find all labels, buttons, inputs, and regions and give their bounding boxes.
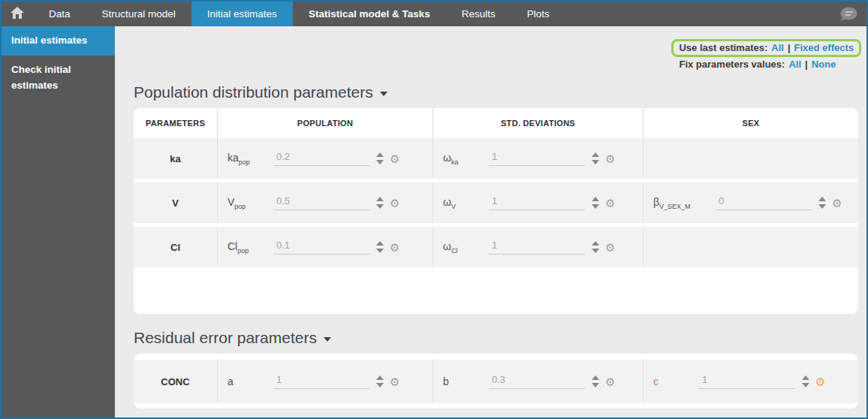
stepper <box>592 152 599 164</box>
step-down-icon[interactable] <box>376 249 384 253</box>
step-up-icon[interactable] <box>376 152 384 157</box>
tab-data[interactable]: Data <box>33 2 86 26</box>
population-cell-cl: Clpop ⚙ <box>218 227 433 267</box>
gear-icon[interactable]: ⚙ <box>605 153 615 164</box>
gear-icon[interactable]: ⚙ <box>605 242 615 253</box>
fix-none-link[interactable]: None <box>812 59 836 70</box>
step-down-icon[interactable] <box>376 160 384 164</box>
population-section-title-text: Population distribution parameters <box>134 83 373 101</box>
step-down-icon[interactable] <box>376 383 384 387</box>
step-down-icon[interactable] <box>592 383 599 387</box>
tab-structural-model[interactable]: Structural model <box>86 2 191 26</box>
beta-v-sex-m-input[interactable] <box>716 195 812 210</box>
fix-all-link[interactable]: All <box>788 59 801 70</box>
step-up-icon[interactable] <box>802 375 809 380</box>
ka-pop-input[interactable] <box>273 151 369 166</box>
parameter-label: βV_SEX_M <box>653 196 701 210</box>
stepper <box>592 197 599 209</box>
gear-icon[interactable]: ⚙ <box>832 197 842 209</box>
feedback-button[interactable] <box>838 6 858 26</box>
step-up-icon[interactable] <box>376 197 384 201</box>
use-last-estimates-group: Use last estimates: All | Fixed effects <box>671 39 861 57</box>
chat-bubble-icon <box>838 13 858 26</box>
parameter-name: Cl <box>134 227 218 267</box>
step-down-icon[interactable] <box>592 204 599 209</box>
residual-cell-a: a ⚙ <box>218 360 433 403</box>
gear-icon[interactable]: ⚙ <box>390 197 399 209</box>
parameter-label: ωka <box>443 152 475 166</box>
omega-v-input[interactable] <box>489 195 585 210</box>
parameter-label: ωCl <box>443 240 475 255</box>
population-parameters-card: PARAMETERS POPULATION STD. DEVIATIONS SE… <box>134 108 858 314</box>
gear-icon[interactable]: ⚙ <box>390 153 399 164</box>
sidebar: Initial estimates Check initial estimate… <box>2 26 115 417</box>
a-input[interactable] <box>273 374 369 389</box>
column-header-population: POPULATION <box>218 108 433 138</box>
gear-icon[interactable]: ⚙ <box>605 376 615 387</box>
stepper <box>592 241 599 253</box>
parameter-name: ka <box>134 138 218 179</box>
sex-cell-ka <box>643 138 858 179</box>
step-up-icon[interactable] <box>818 197 826 201</box>
std-deviation-cell-cl: ωCl ⚙ <box>433 227 643 267</box>
stepper <box>818 197 826 209</box>
gear-icon[interactable]: ⚙ <box>605 197 615 209</box>
gear-icon[interactable]: ⚙ <box>390 376 399 387</box>
step-up-icon[interactable] <box>376 241 384 246</box>
separator: | <box>788 42 791 53</box>
step-up-icon[interactable] <box>592 152 599 157</box>
v-pop-input[interactable] <box>273 195 369 210</box>
parameter-label: c <box>653 375 685 387</box>
b-input[interactable] <box>489 374 585 389</box>
population-table-header: PARAMETERS POPULATION STD. DEVIATIONS SE… <box>134 108 858 138</box>
table-row-v: V Vpop ⚙ ωV ⚙ <box>134 182 858 223</box>
step-down-icon[interactable] <box>592 249 599 253</box>
fix-parameters-group: Fix parameters values: All | None <box>671 58 843 70</box>
stepper <box>376 152 384 164</box>
column-header-parameters: PARAMETERS <box>134 108 218 138</box>
collapse-caret-icon[interactable] <box>324 337 331 342</box>
stepper <box>376 241 384 253</box>
residual-cell-c: c ⚙ <box>643 360 858 403</box>
step-up-icon[interactable] <box>592 375 599 380</box>
step-down-icon[interactable] <box>802 383 809 387</box>
sidebar-item-check-initial-estimates[interactable]: Check initial estimates <box>2 56 115 101</box>
stepper <box>802 375 809 387</box>
use-last-all-link[interactable]: All <box>771 42 784 53</box>
step-up-icon[interactable] <box>592 241 599 246</box>
c-input[interactable] <box>699 374 795 389</box>
step-down-icon[interactable] <box>376 204 384 209</box>
output-name: CONC <box>134 360 218 403</box>
table-row-conc: CONC a ⚙ b ⚙ <box>134 360 858 403</box>
stepper <box>376 375 384 387</box>
gear-icon[interactable]: ⚙ <box>390 242 399 253</box>
step-down-icon[interactable] <box>818 204 826 209</box>
tab-statistical-model-tasks[interactable]: Statistical model & Tasks <box>293 2 446 26</box>
parameter-label: Vpop <box>228 196 259 210</box>
app-window: Data Structural model Initial estimates … <box>0 0 868 419</box>
tab-plots[interactable]: Plots <box>511 2 565 26</box>
collapse-caret-icon[interactable] <box>380 92 387 96</box>
step-down-icon[interactable] <box>592 160 599 164</box>
tab-results[interactable]: Results <box>446 2 511 26</box>
use-last-fixed-effects-link[interactable]: Fixed effects <box>794 42 854 53</box>
population-section-title: Population distribution parameters <box>134 83 866 101</box>
stepper <box>592 375 599 387</box>
tab-initial-estimates[interactable]: Initial estimates <box>191 2 293 26</box>
sidebar-item-initial-estimates[interactable]: Initial estimates <box>2 26 115 56</box>
parameter-name: V <box>134 182 218 223</box>
step-up-icon[interactable] <box>376 375 384 380</box>
omega-cl-input[interactable] <box>489 240 585 255</box>
residual-section-title-text: Residual error parameters <box>134 329 317 347</box>
sex-cell-cl <box>643 227 858 267</box>
residual-parameters-card: CONC a ⚙ b ⚙ <box>134 354 858 408</box>
gear-icon[interactable]: ⚙ <box>815 376 825 387</box>
population-cell-v: Vpop ⚙ <box>218 182 433 223</box>
population-cell-ka: kapop ⚙ <box>218 138 433 179</box>
cl-pop-input[interactable] <box>273 240 369 255</box>
column-header-std-deviations: STD. DEVIATIONS <box>433 108 643 138</box>
std-deviation-cell-v: ωV ⚙ <box>433 182 643 223</box>
home-button[interactable] <box>2 2 33 26</box>
step-up-icon[interactable] <box>592 197 599 201</box>
omega-ka-input[interactable] <box>489 151 585 166</box>
